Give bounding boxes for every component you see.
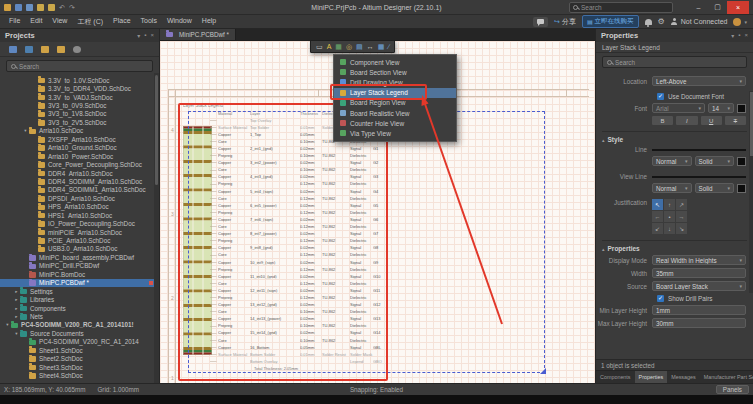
line-weight-select[interactable]: Normal▾ [652,156,692,166]
minimize-button[interactable]: – [689,1,708,14]
chart-view-icon[interactable]: ▤ [356,43,363,50]
menu-view[interactable]: View [47,15,72,29]
tree-item-libraries[interactable]: ▸Libraries [0,295,159,303]
tree-item-usb3-0-arria10-schdoc[interactable]: USB3.0_Arria10.SchDoc [0,245,159,253]
view-line-style-select[interactable]: Solid▾ [695,183,735,193]
document-tab[interactable]: MiniPC.PCBDwf * [160,29,236,40]
menu-item-counter-hole-view[interactable]: Counter Hole View [334,118,456,128]
table-view-icon[interactable]: ▦ [378,43,385,50]
font-size-select[interactable]: 14▾ [708,103,734,113]
bottom-tab-manufacturer-part-search[interactable]: Manufacturer Part Search [700,371,753,383]
tree-item-pc4-sodimm-v200-rc-a1-2014[interactable]: PC4-SODIMM_V200_RC_A1_2014 [0,338,159,346]
tree-item-3v3-to-1v8-schdoc[interactable]: 3V3_to_1V8.SchDoc [0,110,159,118]
save-project-icon[interactable] [9,46,17,53]
menu-tools[interactable]: Tools [136,15,162,29]
tree-item-minipc-pcbdwf[interactable]: MiniPC.PCBDwf * [0,279,159,287]
properties-scrollbar[interactable] [749,91,753,293]
justification-cell-6[interactable]: ↙ [652,223,663,234]
panel-menu-icon[interactable]: ▾ [137,32,140,39]
font-t-button[interactable]: T [725,116,746,125]
draftsman-canvas[interactable]: 4321 Layer Stack Legend MaterialLayerThi… [160,41,595,383]
tree-item-arria10-ground-schdoc[interactable]: Arria10_Ground.SchDoc [0,144,159,152]
line-style-select[interactable]: Solid▾ [695,156,735,166]
bottom-tab-messages[interactable]: Messages [667,371,700,383]
panel-pin-icon[interactable]: ▪ [738,32,740,39]
new-document-icon[interactable] [15,4,22,11]
tree-item-ddr4-sodimm-arria10-schdoc[interactable]: DDR4_SODIMM_Arria10.SchDoc [0,177,159,185]
menu-item-board-section-view[interactable]: Board Section View [334,67,456,77]
view-line-color-swatch[interactable] [737,184,746,193]
tree-item-io-power-decoupling-schdoc[interactable]: IO_Power_Decoupling.SchDoc [0,219,159,227]
menu-edit[interactable]: Edit [25,15,47,29]
tree-item-core-power-decoupling-schdoc[interactable]: Core_Power_Decoupling.SchDoc [0,160,159,168]
max-layer-height-input[interactable]: 30mm [652,318,746,328]
tree-item-pc4-sodimm-v200-rc-a1-2014101[interactable]: ▾PC4-SODIMM_V200_RC_A1_2014101! [0,321,159,329]
tree-item-arria10-schdoc[interactable]: ▾Arria10.SchDoc [0,127,159,135]
view-line-weight-select[interactable]: Normal▾ [652,183,692,193]
measure-tool-icon[interactable]: ↔ [367,43,374,50]
save-all-icon[interactable] [48,4,55,11]
undo-icon[interactable]: ↶ [59,4,65,11]
projects-search-input[interactable]: Search [6,60,153,72]
justification-cell-2[interactable]: ↗ [676,199,687,210]
global-search-input[interactable]: Search [569,2,673,13]
properties-search-input[interactable]: Search [602,56,747,68]
min-layer-height-input[interactable]: 1mm [652,305,746,315]
panels-button[interactable]: Panels [716,385,749,394]
open-document-icon[interactable] [26,4,33,11]
share-button[interactable]: ↪ 分享 [554,17,576,27]
style-section-header[interactable]: ▴ Style [602,131,747,143]
justification-cell-8[interactable]: ↘ [676,223,687,234]
tree-caret-icon[interactable]: ▸ [13,297,20,302]
buy-online-button[interactable]: ▤ 立即在线购买 [582,15,639,28]
tree-caret-icon[interactable]: ▸ [13,289,20,294]
projects-settings-icon[interactable] [73,46,81,53]
board-view-icon[interactable]: ▭ [316,43,323,50]
tree-caret-icon[interactable]: ▸ [13,314,20,319]
tree-item-sheet2-schdoc[interactable]: Sheet2.SchDoc [0,354,159,362]
tree-item-arria10-power-schdoc[interactable]: Arria10_Power.SchDoc [0,152,159,160]
save-icon[interactable] [37,4,44,11]
tree-item-dpsdi-arria10-schdoc[interactable]: DPSDI_Arria10.SchDoc [0,194,159,202]
account-menu[interactable]: ▾ [733,18,747,26]
tree-item-sheet3-schdoc[interactable]: Sheet3.SchDoc [0,363,159,371]
menu-help[interactable]: Help [197,15,221,29]
drill-view-icon[interactable]: ◎ [346,43,352,50]
tree-item-hps1-arria10-schdoc[interactable]: HPS1_Arria10.SchDoc [0,211,159,219]
connection-status[interactable]: Not Connected [671,18,728,25]
justification-cell-7[interactable]: ↓ [664,223,675,234]
menu-window[interactable]: Window [162,15,197,29]
tree-item-source-documents[interactable]: ▾Source Documents [0,329,159,337]
justification-cell-1[interactable]: ↑ [664,199,675,210]
refresh-folder-icon[interactable] [57,46,65,53]
display-mode-select[interactable]: Real Width in Heights▾ [652,255,746,265]
tree-item-nets[interactable]: ▸Nets [0,312,159,320]
menu-place[interactable]: Place [108,15,136,29]
notifications-icon[interactable] [645,19,652,25]
tree-item-3-3v-to-1-0v-schdoc[interactable]: 3.3V_to_1.0V.SchDoc [0,76,159,84]
tree-item-pcie-arria10-schdoc[interactable]: PCIE_Arria10.SchDoc [0,236,159,244]
show-drill-pairs-checkbox[interactable]: ✓ [657,295,664,302]
tree-item-3v3-to-2v5-schdoc[interactable]: 3V3_to_2V5.SchDoc [0,118,159,126]
font-color-swatch[interactable] [737,104,746,113]
menu-item-board-realistic-view[interactable]: Board Realistic View [334,108,456,118]
font-i-button[interactable]: I [676,116,697,125]
tree-item-components[interactable]: ▸Components [0,304,159,312]
tree-item-sheet1-schdoc[interactable]: Sheet1.SchDoc [0,346,159,354]
justification-cell-5[interactable]: → [676,211,687,222]
tree-caret-icon[interactable]: ▾ [13,331,20,336]
projects-scrollbar[interactable] [154,73,159,383]
location-select[interactable]: Left-Above▾ [652,76,746,86]
panel-close-icon[interactable]: × [150,32,154,39]
menu-item-via-type-view[interactable]: Via Type View [334,128,456,138]
tree-caret-icon[interactable]: ▾ [22,128,29,133]
tree-item-settings[interactable]: ▸Settings [0,287,159,295]
tree-item-2xsfp-arria10-schdoc[interactable]: 2XSFP_Arria10.SchDoc [0,135,159,143]
tree-item-minipc-bomdoc[interactable]: MiniPC.BomDoc [0,270,159,278]
justification-cell-3[interactable]: ← [652,211,663,222]
tree-item-ddr4-sodimm1-arria10-schdoc[interactable]: DDR4_SODIMM1_Arria10.SchDoc [0,186,159,194]
panel-pin-icon[interactable]: ▪ [144,32,146,39]
settings-gear-icon[interactable]: ⚙ [658,18,665,26]
use-document-font-checkbox[interactable]: ✓ [657,93,664,100]
panel-close-icon[interactable]: × [744,32,748,39]
